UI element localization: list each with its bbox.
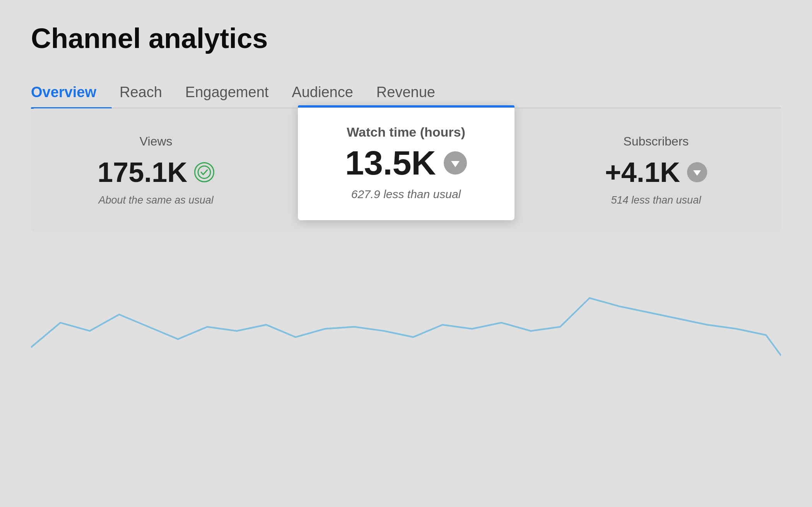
watch-time-tooltip-value-row: 13.5K	[345, 146, 467, 180]
watch-time-tooltip-label: Watch time (hours)	[347, 125, 465, 140]
svg-marker-2	[451, 161, 460, 167]
views-value-row: 175.1K	[97, 156, 214, 188]
subscribers-value-row: +4.1K	[605, 156, 707, 188]
views-note: About the same as usual	[99, 194, 214, 206]
tab-overview[interactable]: Overview	[31, 77, 112, 108]
tooltip-top-bar	[298, 105, 515, 108]
metric-views: Views 175.1K About the same as usual	[31, 115, 281, 226]
views-value: 175.1K	[97, 156, 187, 188]
tab-engagement[interactable]: Engagement	[185, 77, 284, 108]
watch-time-tooltip-icon	[444, 151, 467, 175]
watch-time-tooltip-note: 627.9 less than usual	[351, 188, 461, 201]
watch-time-tooltip-value: 13.5K	[345, 146, 436, 180]
page-title: Channel analytics	[31, 23, 781, 54]
subscribers-value: +4.1K	[605, 156, 680, 188]
metrics-wrapper: Views 175.1K About the same as usual Wat…	[31, 108, 781, 232]
views-status-icon	[194, 162, 214, 182]
chart-area	[31, 232, 781, 364]
tab-reach[interactable]: Reach	[120, 77, 178, 108]
tab-audience[interactable]: Audience	[292, 77, 368, 108]
metric-subscribers: Subscribers +4.1K 514 less than usual	[531, 115, 781, 226]
watch-time-tooltip: Watch time (hours) 13.5K 627.9 less than…	[298, 105, 515, 220]
subscribers-note: 514 less than usual	[611, 194, 701, 206]
views-label: Views	[140, 134, 173, 149]
subscribers-label: Subscribers	[623, 134, 689, 149]
tab-revenue[interactable]: Revenue	[376, 77, 451, 108]
subscribers-status-icon	[687, 162, 707, 182]
svg-marker-1	[693, 170, 701, 176]
chart-svg	[31, 232, 781, 364]
tabs-nav: Overview Reach Engagement Audience Reven…	[31, 77, 781, 108]
svg-point-0	[198, 166, 210, 178]
page-container: Channel analytics Overview Reach Engagem…	[0, 0, 812, 507]
